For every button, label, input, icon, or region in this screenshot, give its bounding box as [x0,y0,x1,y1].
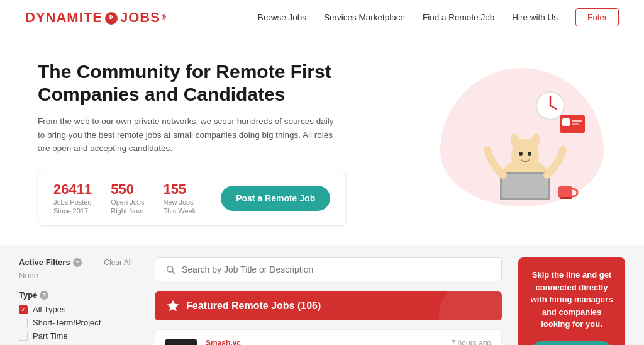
hero-stats: 26411 Jobs PostedSince 2017 550 Open Job… [38,171,346,227]
company-name: Smash.vc [206,339,443,345]
filter-all-types[interactable]: ✓ All Types [19,305,132,314]
filter-part-time-label: Part Time [33,331,68,341]
post-remote-job-button[interactable]: Post a Remote Job [221,186,330,211]
filter-short-term[interactable]: Short-Term/Project [19,318,132,327]
checkbox-all-types[interactable]: ✓ [19,305,28,314]
main-nav: Browse Jobs Services Marketplace Find a … [258,8,619,26]
svg-rect-9 [502,174,548,198]
left-sidebar: Active Filters ? Clear All None Type ? ✓… [19,257,145,345]
featured-label: Featured Remote Jobs (106) [186,300,321,312]
hero-description: From the web to our own private networks… [38,115,340,156]
type-help-icon[interactable]: ? [40,291,48,300]
hero-title: The Community for Remote First Companies… [38,60,415,106]
svg-rect-5 [572,120,582,122]
nav-find-remote-job[interactable]: Find a Remote Job [423,13,494,22]
main-content: Active Filters ? Clear All None Type ? ✓… [0,245,644,345]
job-time-ago: 7 hours ago [452,339,491,345]
enter-button[interactable]: Enter [575,8,619,26]
stat-new-jobs: 155 New JobsThis Week [163,181,196,216]
nav-browse-jobs[interactable]: Browse Jobs [258,13,306,22]
svg-point-14 [519,152,523,156]
checkbox-part-time[interactable] [19,332,28,341]
job-info: Smash.vc Integrator/Project Manager/Exec… [206,339,443,345]
right-sidebar: Skip the line and get connected directly… [512,257,625,345]
stat-label-open-jobs: Open JobsRight Now [111,198,144,216]
active-filters-help-icon[interactable]: ? [73,258,82,267]
stat-number-jobs-posted: 26411 [53,181,92,198]
svg-point-15 [528,152,531,156]
promo-text: Skip the line and get connected directly… [528,269,615,331]
svg-marker-20 [167,300,179,311]
nav-services-marketplace[interactable]: Services Marketplace [324,13,405,22]
stat-number-open-jobs: 550 [111,181,144,198]
checkbox-short-term[interactable] [19,319,28,327]
active-filters-none: None [19,271,132,280]
svg-rect-17 [560,197,572,199]
svg-line-19 [172,271,175,274]
nav-hire-with-us[interactable]: Hire with Us [512,13,558,22]
logo: DYNAMITE ⊕ JOBS® [25,9,167,26]
hero-section: The Community for Remote First Companies… [0,35,644,245]
featured-banner: Featured Remote Jobs (106) [155,291,502,320]
search-bar [155,257,502,281]
job-card: Smash.vc Smash.vc Integrator/Project Man… [155,329,502,345]
create-profile-button[interactable]: Create Your Profile Today [528,341,615,345]
clear-all-link[interactable]: Clear All [104,258,132,267]
filter-part-time[interactable]: Part Time [19,331,132,341]
stat-number-new-jobs: 155 [163,181,196,198]
center-column: Featured Remote Jobs (106) Smash.vc Smas… [145,257,512,345]
filter-all-types-label: All Types [33,305,66,314]
stat-open-jobs: 550 Open JobsRight Now [111,181,144,216]
filter-short-term-label: Short-Term/Project [33,318,101,327]
active-filters-header: Active Filters ? Clear All [19,257,132,267]
header: DYNAMITE ⊕ JOBS® Browse Jobs Services Ma… [0,0,644,35]
svg-rect-6 [572,123,579,125]
svg-rect-16 [558,186,572,198]
stat-label-jobs-posted: Jobs PostedSince 2017 [53,198,92,216]
hero-illustration [415,87,591,200]
promo-card: Skip the line and get connected directly… [518,257,625,345]
stat-label-new-jobs: New JobsThis Week [163,198,196,216]
hero-left: The Community for Remote First Companies… [38,60,415,226]
llama-illustration [453,81,591,200]
type-filter-label: Type ? [19,290,132,300]
search-input[interactable] [182,264,491,274]
active-filters-label: Active Filters ? [19,257,82,267]
svg-rect-4 [562,118,570,126]
company-logo: Smash.vc [165,339,197,345]
star-icon [166,299,180,313]
search-icon [165,264,175,274]
stat-jobs-posted: 26411 Jobs PostedSince 2017 [53,181,92,216]
